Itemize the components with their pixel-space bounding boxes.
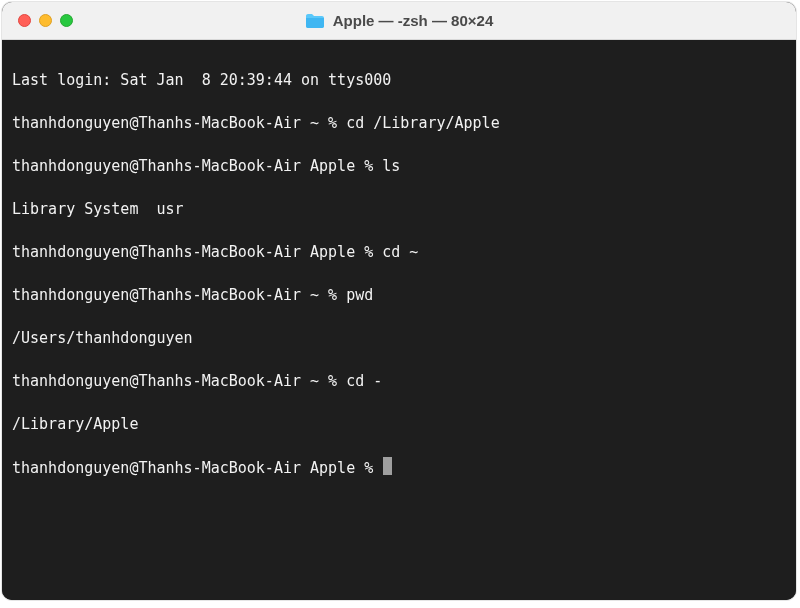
traffic-lights bbox=[2, 14, 73, 27]
terminal-line: /Library/Apple bbox=[12, 414, 786, 436]
terminal-window: Apple — -zsh — 80×24 Last login: Sat Jan… bbox=[2, 2, 796, 600]
folder-icon bbox=[305, 13, 325, 29]
close-button[interactable] bbox=[18, 14, 31, 27]
terminal-prompt-line: thanhdonguyen@Thanhs-MacBook-Air Apple % bbox=[12, 457, 786, 480]
terminal-line: thanhdonguyen@Thanhs-MacBook-Air ~ % cd … bbox=[12, 113, 786, 135]
terminal-line: thanhdonguyen@Thanhs-MacBook-Air Apple %… bbox=[12, 156, 786, 178]
terminal-line: thanhdonguyen@Thanhs-MacBook-Air ~ % pwd bbox=[12, 285, 786, 307]
terminal-line: /Users/thanhdonguyen bbox=[12, 328, 786, 350]
maximize-button[interactable] bbox=[60, 14, 73, 27]
terminal-prompt: thanhdonguyen@Thanhs-MacBook-Air Apple % bbox=[12, 459, 382, 477]
terminal-line: Last login: Sat Jan 8 20:39:44 on ttys00… bbox=[12, 70, 786, 92]
terminal-line: thanhdonguyen@Thanhs-MacBook-Air Apple %… bbox=[12, 242, 786, 264]
window-title: Apple — -zsh — 80×24 bbox=[333, 12, 493, 29]
cursor bbox=[383, 457, 392, 475]
title-center: Apple — -zsh — 80×24 bbox=[305, 12, 493, 29]
minimize-button[interactable] bbox=[39, 14, 52, 27]
terminal-line: thanhdonguyen@Thanhs-MacBook-Air ~ % cd … bbox=[12, 371, 786, 393]
terminal-line: Library System usr bbox=[12, 199, 786, 221]
titlebar[interactable]: Apple — -zsh — 80×24 bbox=[2, 2, 796, 40]
terminal-content[interactable]: Last login: Sat Jan 8 20:39:44 on ttys00… bbox=[2, 40, 796, 600]
